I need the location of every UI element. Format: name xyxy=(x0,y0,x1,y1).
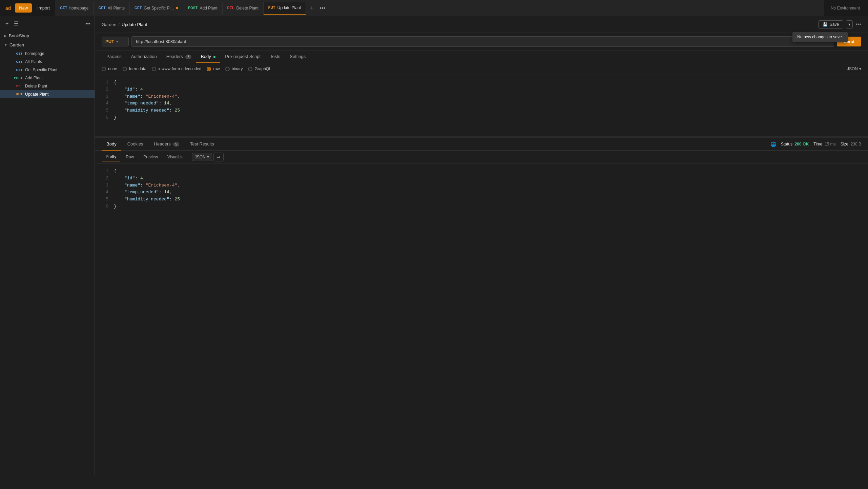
status-ok: 200 OK xyxy=(795,142,809,146)
tab-body[interactable]: Body xyxy=(196,51,220,63)
more-tabs-button[interactable]: ••• xyxy=(316,5,329,11)
tab-settings[interactable]: Settings xyxy=(285,51,310,63)
sidebar-item-get-specific-plant[interactable]: GET Get Specific Plant xyxy=(0,66,95,74)
new-tab-button[interactable]: + xyxy=(306,2,316,15)
resp-tab-cookies[interactable]: Cookies xyxy=(123,138,148,151)
main-layout: + ☰ ••• ▶ BookShop ▼ Garden GET homepage… xyxy=(0,16,868,476)
line-number: 2 xyxy=(102,86,108,93)
save-label: Save xyxy=(830,22,839,27)
code-content: "humidity_needed": 25 xyxy=(114,107,180,114)
tab-tests[interactable]: Tests xyxy=(265,51,285,63)
format-tab-preview[interactable]: Preview xyxy=(139,153,162,161)
sidebar-item-add-plant[interactable]: POST Add Plant xyxy=(0,74,95,82)
tab-label-all-plants: All Plants xyxy=(108,6,125,11)
body-option-form-data[interactable]: form-data xyxy=(123,66,146,71)
sidebar-item-homepage[interactable]: GET homepage xyxy=(0,50,95,58)
line-number: 6 xyxy=(102,114,108,121)
url-input[interactable] xyxy=(131,36,834,47)
method-label: PUT xyxy=(105,39,114,44)
resp-tab-headers[interactable]: Headers 5 xyxy=(149,138,184,151)
filter-button[interactable]: ☰ xyxy=(13,20,20,27)
app-brand: ad xyxy=(3,5,14,11)
request-more-button[interactable]: ••• xyxy=(855,21,861,27)
tab-all-plants[interactable]: GET All Plants xyxy=(94,2,130,15)
tab-get-specific-plant[interactable]: GET Get Specific Pl... xyxy=(130,2,183,15)
code-line-3: 3 "name": "Erichsen-4", xyxy=(102,93,861,100)
format-tab-raw[interactable]: Raw xyxy=(122,153,138,161)
sidebar-item-update-plant[interactable]: PUT Update Plant xyxy=(0,90,95,98)
tab-label-get-specific: Get Specific Pl... xyxy=(144,6,174,11)
tooltip: No new changes to save. xyxy=(792,32,848,42)
environment-selector[interactable]: No Environment xyxy=(825,6,865,11)
format-tab-visualize[interactable]: Visualize xyxy=(163,153,188,161)
request-tabs: Params Authorization Headers 8 Body Pre-… xyxy=(95,51,868,63)
sidebar-item-all-plants[interactable]: GET All Plants xyxy=(0,58,95,66)
body-option-urlencoded[interactable]: x-www-form-urlencoded xyxy=(152,66,201,71)
body-option-graphql[interactable]: GraphQL xyxy=(248,66,271,71)
url-bar: PUT ▾ Send xyxy=(95,33,868,51)
tab-pre-request[interactable]: Pre-request Script xyxy=(220,51,265,63)
headers-badge: 8 xyxy=(185,55,191,59)
resp-code-line-5: 5 "humidity_needed": 25 xyxy=(102,196,861,203)
code-content: "humidity_needed": 25 xyxy=(114,196,180,203)
resp-tab-body[interactable]: Body xyxy=(102,138,121,151)
tab-label-add-plant: Add Plant xyxy=(200,6,218,11)
chevron-down-icon: ▾ xyxy=(116,40,118,43)
code-line-5: 5 "humidity_needed": 25 xyxy=(102,107,861,114)
code-content: "name": "Erichsen-4", xyxy=(114,93,180,100)
format-tab-pretty[interactable]: Pretty xyxy=(102,153,120,161)
response-size: 230 B xyxy=(851,142,861,146)
line-number: 1 xyxy=(102,168,108,175)
collection-bookshop[interactable]: ▶ BookShop xyxy=(0,31,95,40)
tab-authorization[interactable]: Authorization xyxy=(126,51,162,63)
tab-params[interactable]: Params xyxy=(102,51,126,63)
radio-form-data xyxy=(123,67,127,71)
code-line-1: 1 { xyxy=(102,79,861,86)
time-label: Time: 15 ms xyxy=(813,142,836,146)
save-dropdown-button[interactable]: ▾ xyxy=(846,20,853,28)
collection-garden[interactable]: ▼ Garden xyxy=(0,40,95,50)
save-button[interactable]: 💾 Save xyxy=(818,20,843,28)
sidebar-header: + ☰ ••• xyxy=(0,16,95,31)
body-graphql-label: GraphQL xyxy=(254,66,271,71)
code-content: "id": 4, xyxy=(114,86,146,93)
resp-headers-badge: 5 xyxy=(173,142,179,146)
breadcrumb: Garden / Update Plant 💾 Save ▾ ••• No ne… xyxy=(95,16,868,33)
tab-headers[interactable]: Headers 8 xyxy=(162,51,196,63)
method-selector[interactable]: PUT ▾ xyxy=(102,37,129,46)
body-option-none[interactable]: none xyxy=(102,66,117,71)
resp-align-button[interactable]: ⇌ xyxy=(213,153,224,161)
globe-icon: 🌐 xyxy=(770,141,776,147)
resp-code-line-3: 3 "name": "Erichsen-4", xyxy=(102,182,861,189)
radio-raw xyxy=(207,67,211,71)
new-button[interactable]: New xyxy=(15,3,32,13)
tab-method-get: GET xyxy=(60,6,67,10)
tab-label-homepage: homepage xyxy=(69,6,89,11)
radio-binary xyxy=(225,67,230,71)
status-label: Status: 200 OK xyxy=(781,142,809,146)
body-options: none form-data x-www-form-urlencoded raw… xyxy=(95,63,868,75)
import-button[interactable]: Import xyxy=(33,3,54,13)
request-body-code[interactable]: 1 { 2 "id": 4, 3 "name": "Erichsen-4", 4… xyxy=(95,75,868,136)
json-type-selector[interactable]: JSON ▾ xyxy=(847,66,861,71)
body-option-raw[interactable]: raw xyxy=(207,66,220,71)
tab-delete-plant[interactable]: DEL Delete Plant xyxy=(223,2,264,15)
tab-method-get2: GET xyxy=(98,6,105,10)
code-content: "name": "Erichsen-4", xyxy=(114,182,180,189)
tab-update-plant[interactable]: PUT Update Plant xyxy=(264,2,306,15)
sidebar-more-button[interactable]: ••• xyxy=(85,21,90,26)
body-raw-label: raw xyxy=(213,66,220,71)
line-number: 6 xyxy=(102,203,108,210)
json-label: JSON xyxy=(847,66,858,71)
body-option-binary[interactable]: binary xyxy=(225,66,243,71)
new-collection-button[interactable]: + xyxy=(4,20,10,27)
sidebar-item-delete-plant[interactable]: DEL Delete Plant xyxy=(0,82,95,90)
tab-homepage[interactable]: GET homepage xyxy=(55,2,94,15)
body-form-data-label: form-data xyxy=(129,66,146,71)
resp-json-selector[interactable]: JSON ▾ xyxy=(192,153,212,161)
resp-tab-test-results[interactable]: Test Results xyxy=(185,138,219,151)
tab-add-plant[interactable]: POST Add Plant xyxy=(183,2,222,15)
breadcrumb-parent[interactable]: Garden xyxy=(102,22,116,27)
tab-unsaved-dot xyxy=(176,7,178,9)
tab-method-del: DEL xyxy=(227,6,234,10)
